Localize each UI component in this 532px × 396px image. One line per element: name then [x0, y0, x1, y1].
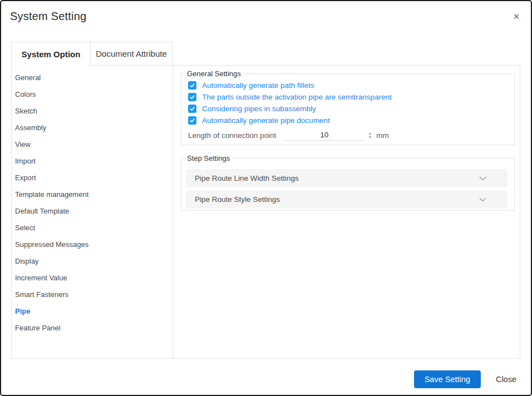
general-settings-group: General Settings Automatically generate … [181, 70, 515, 145]
checkbox-row-semitransparent: The parts outside the activation pipe ar… [188, 93, 514, 101]
length-field-label: Length of connection point [188, 131, 276, 140]
unit-label: mm [376, 131, 389, 140]
sidebar-item-default-template[interactable]: Default Template [12, 203, 173, 220]
checkbox-label[interactable]: Automatically generate pipe document [202, 116, 330, 125]
checkbox-row-path-fillets: Automatically generate path fillets [188, 81, 514, 90]
tab-content: General Colors Sketch Assembly View Impo… [11, 65, 520, 359]
close-button[interactable]: Close [496, 375, 516, 384]
sidebar-item-assembly[interactable]: Assembly [12, 120, 173, 136]
sidebar-item-sketch[interactable]: Sketch [12, 103, 173, 120]
checkbox-checked-icon[interactable] [188, 81, 196, 90]
accordion-label: Pipe Route Style Settings [195, 195, 479, 204]
chevron-down-icon [479, 197, 486, 202]
step-settings-group: Step Settings Pipe Route Line Width Sett… [181, 154, 515, 211]
checkbox-label[interactable]: The parts outside the activation pipe ar… [202, 93, 392, 101]
chevron-down-icon [479, 176, 486, 181]
sidebar-item-smart-fasteners[interactable]: Smart Fasteners [12, 286, 173, 303]
checkbox-label[interactable]: Considering pipes in subassembly [202, 105, 316, 113]
checkbox-row-subassembly: Considering pipes in subassembly [188, 105, 514, 113]
number-stepper[interactable]: ▲ ▼ [368, 131, 372, 139]
system-setting-dialog: System Setting ✕ System Option Document … [0, 0, 532, 396]
sidebar-item-increment-value[interactable]: Increment Value [12, 270, 173, 286]
tab-document-attribute[interactable]: Document Attribute [91, 42, 173, 65]
accordion-label: Pipe Route Line Width Settings [195, 174, 479, 182]
dialog-titlebar: System Setting ✕ [1, 1, 531, 32]
tab-system-option[interactable]: System Option [11, 42, 91, 66]
step-settings-legend: Step Settings [185, 154, 232, 162]
length-of-connection-point-input[interactable] [284, 130, 364, 141]
sidebar-item-export[interactable]: Export [12, 170, 173, 186]
settings-main-pane: General Settings Automatically generate … [173, 66, 520, 358]
accordion-pipe-route-line-width[interactable]: Pipe Route Line Width Settings [186, 169, 508, 187]
dialog-footer: Save Setting Close [414, 370, 516, 388]
tab-bar: System Option Document Attribute [11, 42, 520, 65]
settings-sidebar: General Colors Sketch Assembly View Impo… [12, 66, 173, 358]
dialog-title: System Setting [10, 10, 86, 23]
checkbox-row-pipe-document: Automatically generate pipe document [188, 116, 514, 125]
save-setting-button[interactable]: Save Setting [414, 370, 481, 388]
accordion-pipe-route-style[interactable]: Pipe Route Style Settings [186, 190, 508, 209]
sidebar-item-select[interactable]: Select [12, 220, 173, 236]
stepper-down-icon[interactable]: ▼ [368, 135, 372, 139]
general-settings-legend: General Settings [185, 70, 243, 78]
sidebar-item-pipe[interactable]: Pipe [12, 303, 173, 320]
sidebar-item-import[interactable]: Import [12, 153, 173, 170]
stepper-up-icon[interactable]: ▲ [368, 131, 372, 135]
checkbox-checked-icon[interactable] [188, 93, 196, 101]
dialog-body: System Option Document Attribute General… [11, 42, 520, 359]
dialog-close-icon[interactable]: ✕ [511, 12, 521, 22]
sidebar-item-colors[interactable]: Colors [12, 86, 173, 103]
sidebar-item-general[interactable]: General [12, 70, 173, 86]
length-of-connection-point-row: Length of connection point ▲ ▼ mm [188, 130, 514, 141]
sidebar-item-display[interactable]: Display [12, 253, 173, 270]
sidebar-item-suppressed-messages[interactable]: Suppressed Messages [12, 236, 173, 253]
sidebar-item-view[interactable]: View [12, 136, 173, 153]
checkbox-checked-icon[interactable] [188, 105, 196, 113]
checkbox-label[interactable]: Automatically generate path fillets [202, 81, 314, 90]
sidebar-item-feature-panel[interactable]: Feature Panel [12, 320, 173, 336]
sidebar-item-template-management[interactable]: Template management [12, 186, 173, 203]
checkbox-checked-icon[interactable] [188, 116, 196, 125]
